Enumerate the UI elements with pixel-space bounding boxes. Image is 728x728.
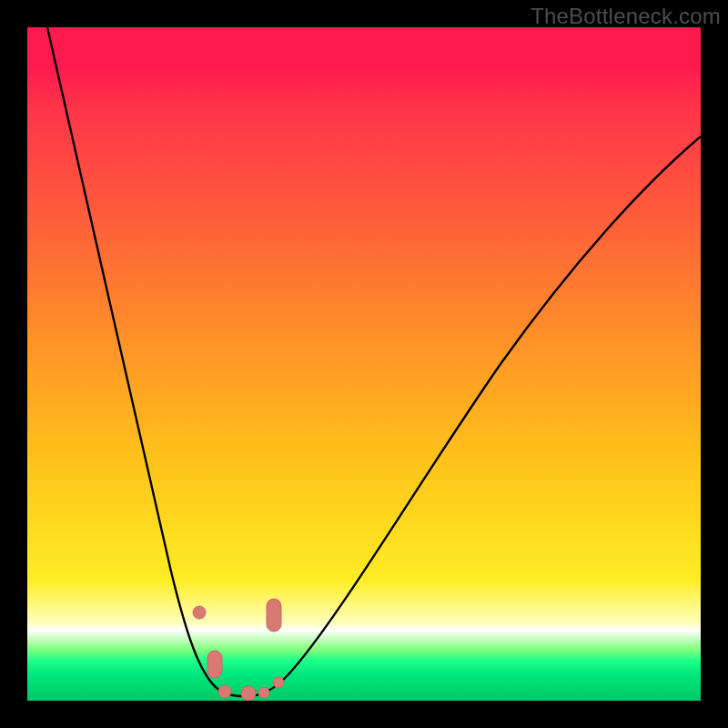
data-marker xyxy=(241,686,256,701)
curve-right xyxy=(246,136,701,696)
watermark-text: TheBottleneck.com xyxy=(531,4,721,29)
chart-svg xyxy=(27,27,701,701)
data-marker xyxy=(218,685,231,698)
data-marker xyxy=(267,599,281,632)
data-marker xyxy=(273,677,284,688)
markers-group xyxy=(193,599,284,701)
data-marker xyxy=(258,687,269,698)
chart-stage: TheBottleneck.com xyxy=(0,0,728,728)
data-marker xyxy=(193,606,206,619)
data-marker xyxy=(207,651,222,678)
curve-left xyxy=(47,27,246,696)
